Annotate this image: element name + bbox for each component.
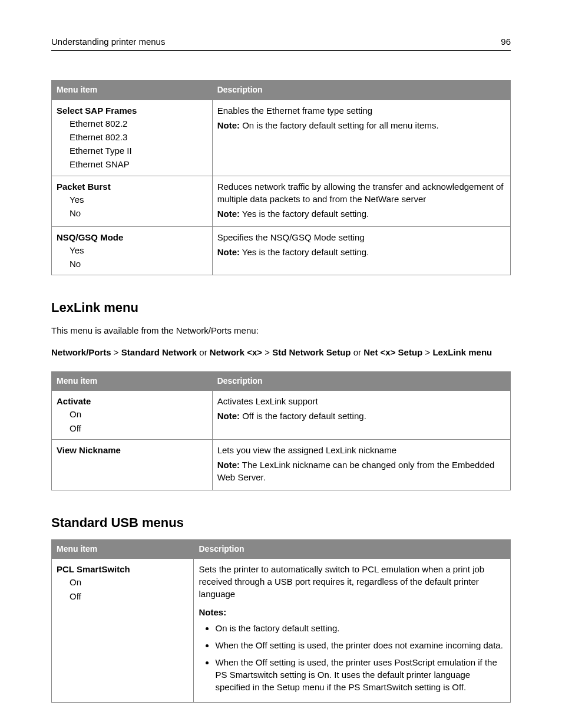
note-bullet: When the Off setting is used, the printe…: [215, 656, 505, 693]
sub-item: Ethernet Type II: [70, 144, 207, 157]
table-row: Packet Burst Yes No Reduces network traf…: [52, 176, 511, 226]
desc-text: Enables the Ethernet frame type setting: [217, 104, 505, 117]
desc-text: Specifies the NSQ/GSQ Mode setting: [217, 231, 505, 243]
item-title: Activate: [57, 395, 207, 407]
sub-item: Off: [70, 589, 189, 603]
table-lexlink: Menu item Description Activate On Off Ac…: [51, 371, 511, 490]
table-row: PCL SmartSwitch On Off Sets the printer …: [52, 559, 511, 703]
desc-text: Sets the printer to automatically switch…: [199, 563, 505, 600]
sub-item: On: [70, 407, 207, 421]
col-description: Description: [212, 81, 510, 100]
desc-text: Lets you view the assigned LexLink nickn…: [217, 444, 505, 456]
note-bullet: When the Off setting is used, the printe…: [215, 639, 505, 651]
note-line: Note: Yes is the factory default setting…: [217, 246, 505, 258]
sub-item: No: [70, 257, 207, 271]
sub-item: Ethernet SNAP: [70, 157, 207, 171]
item-title: View Nickname: [57, 444, 207, 456]
lexlink-intro: This menu is available from the Network/…: [51, 324, 511, 337]
sub-item: Ethernet 802.2: [70, 117, 207, 130]
desc-text: Reduces network traffic by allowing the …: [217, 180, 505, 205]
table-row: NSQ/GSQ Mode Yes No Specifies the NSQ/GS…: [52, 226, 511, 275]
header-title: Understanding printer menus: [51, 35, 165, 48]
table-sap-frames: Menu item Description Select SAP Frames …: [51, 80, 511, 275]
item-title: PCL SmartSwitch: [57, 563, 189, 575]
table-row: View Nickname Lets you view the assigned…: [52, 439, 511, 490]
section-heading-usb: Standard USB menus: [51, 514, 511, 532]
sub-item: On: [70, 575, 189, 589]
note-line: Note: Yes is the factory default setting…: [217, 207, 505, 220]
table-row: Select SAP Frames Ethernet 802.2 Etherne…: [52, 100, 511, 176]
note-bullet: On is the factory default setting.: [215, 622, 505, 634]
table-row: Activate On Off Activates LexLink suppor…: [52, 391, 511, 440]
sub-item: Ethernet 802.3: [70, 130, 207, 144]
note-line: Note: The LexLink nickname can be change…: [217, 459, 505, 483]
sub-item: Yes: [70, 243, 207, 257]
section-heading-lexlink: LexLink menu: [51, 299, 511, 317]
col-description: Description: [194, 539, 511, 559]
sub-item: Yes: [70, 193, 207, 206]
nav-path: Network/Ports > Standard Network or Netw…: [51, 346, 511, 358]
table-usb: Menu item Description PCL SmartSwitch On…: [51, 539, 511, 703]
sub-item: No: [70, 206, 207, 220]
item-title: NSQ/GSQ Mode: [57, 231, 207, 243]
notes-label: Notes:: [199, 606, 505, 618]
sub-item: Off: [70, 421, 207, 435]
page-number: 96: [501, 35, 511, 48]
desc-text: Activates LexLink support: [217, 395, 505, 407]
page-header: Understanding printer menus 96: [51, 35, 511, 51]
item-title: Select SAP Frames: [57, 104, 207, 117]
col-menu-item: Menu item: [52, 539, 194, 559]
col-menu-item: Menu item: [52, 371, 213, 391]
item-title: Packet Burst: [57, 180, 207, 193]
col-description: Description: [212, 371, 510, 391]
note-line: Note: On is the factory default setting …: [217, 119, 505, 131]
col-menu-item: Menu item: [52, 81, 213, 100]
note-line: Note: Off is the factory default setting…: [217, 410, 505, 422]
